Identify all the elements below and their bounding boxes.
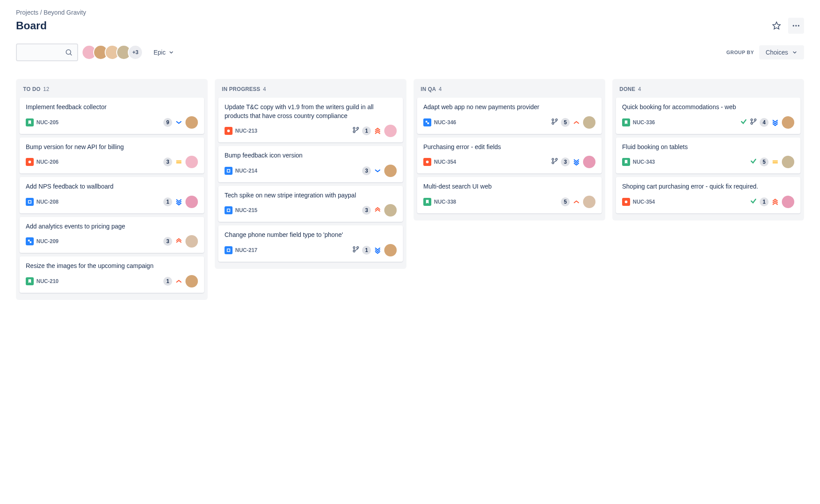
assignee-avatar[interactable]	[384, 204, 397, 217]
priority-lowest-icon	[175, 198, 183, 206]
svg-rect-18	[227, 249, 230, 252]
issue-card[interactable]: Fluid booking on tablets NUC-343 5	[616, 138, 800, 174]
issue-card[interactable]: Bump feedback icon version NUC-214 3	[218, 146, 403, 182]
svg-point-19	[353, 247, 355, 248]
svg-point-33	[754, 119, 756, 121]
issue-card[interactable]: Add NPS feedback to wallboard NUC-208 1	[20, 177, 204, 213]
breadcrumb: Projects / Beyond Gravity	[16, 9, 804, 16]
priority-medium-icon	[175, 158, 183, 166]
svg-point-13	[353, 127, 355, 129]
issue-card[interactable]: Change phone number field type to 'phone…	[218, 225, 403, 262]
column-count: 12	[43, 86, 49, 92]
branch-icon	[551, 118, 558, 127]
branch-icon	[551, 158, 558, 166]
task-icon	[225, 246, 233, 254]
assignee-avatar[interactable]	[782, 196, 794, 208]
story-points-badge: 3	[362, 206, 371, 215]
assignee-avatar[interactable]	[583, 116, 595, 129]
priority-medium-icon	[771, 158, 779, 166]
priority-lowest-icon	[374, 246, 382, 254]
subtask-icon	[26, 237, 34, 245]
svg-rect-11	[30, 241, 32, 243]
issue-key: NUC-336	[633, 119, 655, 126]
issue-card[interactable]: Bump version for new API for billing NUC…	[20, 138, 204, 174]
assignee-avatar[interactable]	[583, 196, 595, 208]
assignee-avatar[interactable]	[583, 156, 595, 168]
card-title: Bump feedback icon version	[225, 151, 397, 160]
issue-key: NUC-338	[434, 199, 456, 205]
issue-key: NUC-214	[235, 168, 257, 174]
issue-card[interactable]: Resize the images for the upcoming campa…	[20, 256, 204, 293]
search-input[interactable]	[16, 43, 78, 61]
card-title: Add analytics events to pricing page	[26, 222, 198, 231]
assignee-avatar[interactable]	[185, 275, 198, 287]
assignee-avatar[interactable]	[782, 156, 794, 168]
branch-icon	[352, 246, 359, 255]
story-icon	[622, 118, 630, 126]
story-points-badge: 1	[362, 246, 371, 255]
svg-point-6	[28, 161, 31, 163]
story-points-badge: 1	[163, 277, 172, 286]
check-icon	[740, 118, 747, 127]
epic-filter[interactable]: Epic	[150, 46, 178, 59]
issue-card[interactable]: Adapt web app no new payments provider N…	[417, 98, 602, 134]
story-icon	[26, 277, 34, 285]
assignee-avatar[interactable]	[782, 116, 794, 129]
assignee-avatar[interactable]	[185, 196, 198, 208]
assignee-avatar[interactable]	[384, 165, 397, 177]
breadcrumb-project[interactable]: Beyond Gravity	[43, 9, 86, 16]
more-button[interactable]	[788, 18, 804, 34]
priority-highest-icon	[374, 127, 382, 135]
svg-point-27	[426, 161, 429, 163]
assignee-avatar[interactable]	[185, 156, 198, 168]
star-icon	[772, 21, 781, 30]
assignee-avatar[interactable]	[185, 235, 198, 248]
group-by-select[interactable]: Choices	[759, 45, 804, 59]
column-header: DONE4	[616, 84, 800, 98]
svg-rect-17	[227, 209, 230, 212]
issue-card[interactable]: Multi-dest search UI web NUC-338 5	[417, 177, 602, 213]
svg-point-12	[227, 130, 230, 132]
card-title: Multi-dest search UI web	[423, 182, 595, 191]
story-points-badge: 4	[760, 118, 769, 127]
story-points-badge: 1	[760, 197, 769, 206]
issue-key: NUC-210	[36, 278, 59, 284]
issue-card[interactable]: Quick booking for accommodations - web N…	[616, 98, 800, 134]
assignee-filter[interactable]: +3	[85, 45, 143, 60]
issue-card[interactable]: Purchasing error - edit fields NUC-354 3	[417, 138, 602, 174]
assignee-avatar[interactable]	[185, 116, 198, 129]
issue-card[interactable]: Implement feedback collector NUC-205 9	[20, 98, 204, 134]
issue-card[interactable]: Shoping cart purchasing error - quick fi…	[616, 177, 800, 213]
story-points-badge: 3	[561, 158, 570, 166]
breadcrumb-root[interactable]: Projects	[16, 9, 39, 16]
chevron-down-icon	[168, 49, 174, 55]
star-button[interactable]	[769, 18, 785, 34]
subtask-icon	[423, 118, 431, 126]
more-icon	[792, 21, 800, 30]
card-title: Adapt web app no new payments provider	[423, 103, 595, 112]
issue-card[interactable]: Add analytics events to pricing page NUC…	[20, 217, 204, 253]
kanban-board: TO DO12 Implement feedback collector NUC…	[16, 79, 804, 300]
branch-icon	[750, 118, 757, 127]
column: TO DO12 Implement feedback collector NUC…	[16, 79, 208, 300]
priority-low-icon	[374, 167, 382, 175]
assignee-avatar[interactable]	[384, 244, 397, 256]
check-icon	[750, 197, 757, 206]
task-icon	[26, 198, 34, 206]
column: IN QA4 Adapt web app no new payments pro…	[414, 79, 605, 220]
bug-icon	[423, 158, 431, 166]
priority-high-icon	[175, 237, 183, 245]
priority-lowest-icon	[572, 158, 580, 166]
card-title: Fluid booking on tablets	[622, 143, 794, 152]
avatar-overflow[interactable]: +3	[128, 45, 143, 60]
assignee-avatar[interactable]	[384, 125, 397, 137]
card-title: Implement feedback collector	[26, 103, 198, 112]
svg-point-36	[625, 201, 627, 203]
column-count: 4	[638, 86, 641, 92]
issue-card[interactable]: Tech spike on new stripe integration wit…	[218, 186, 403, 222]
bug-icon	[225, 127, 233, 135]
column-header: TO DO12	[20, 84, 204, 98]
card-title: Tech spike on new stripe integration wit…	[225, 191, 397, 200]
issue-card[interactable]: Update T&C copy with v1.9 from the write…	[218, 98, 403, 142]
story-points-badge: 3	[163, 237, 172, 246]
